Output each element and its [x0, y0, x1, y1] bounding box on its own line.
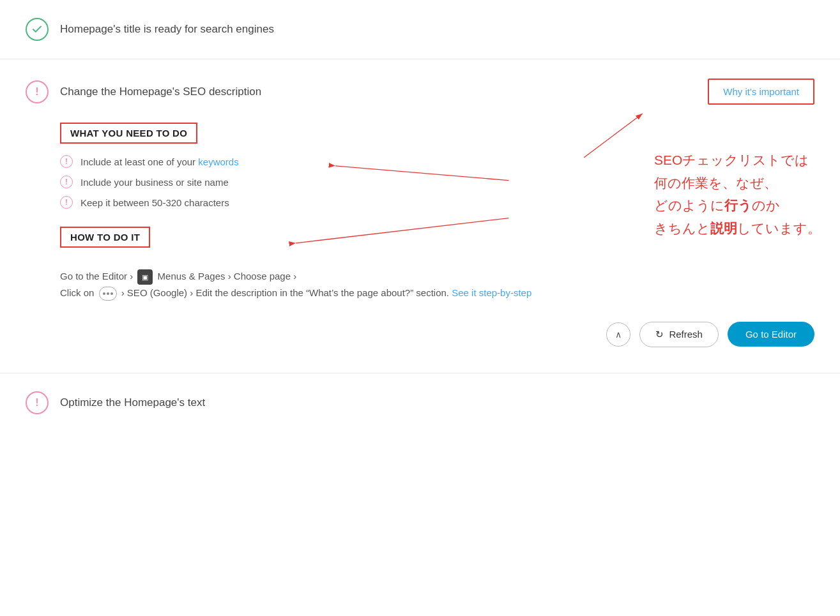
- keywords-link[interactable]: keywords: [198, 156, 238, 167]
- chevron-up-icon: ∧: [615, 329, 622, 340]
- dots-icon: [99, 287, 117, 301]
- section-header-left: ! Change the Homepage's SEO description: [26, 80, 261, 103]
- checklist-item-2: ! Include your business or site name: [60, 176, 814, 188]
- checklist-item-3-text: Keep it between 50-320 characters: [80, 197, 229, 208]
- editor-icon: ▣: [137, 269, 153, 285]
- warn-icon-2: !: [60, 176, 73, 188]
- refresh-icon: ↻: [655, 329, 664, 340]
- step2-before: Click on: [60, 287, 97, 298]
- check-icon: [26, 18, 49, 41]
- warning-icon-3: !: [26, 391, 49, 414]
- how-steps: Go to the Editor › ▣ Menus & Pages › Cho…: [60, 268, 814, 301]
- step-by-step-link[interactable]: See it step-by-step: [452, 287, 531, 298]
- section-completed: Homepage's title is ready for search eng…: [0, 0, 840, 59]
- why-important-button[interactable]: Why it's important: [708, 79, 814, 105]
- section-bottom: ! Optimize the Homepage's text: [0, 373, 840, 432]
- step1-after: Menus & Pages › Choose page ›: [158, 271, 297, 282]
- warn-icon-1: !: [60, 155, 73, 168]
- refresh-label: Refresh: [669, 329, 703, 340]
- section3-title: Optimize the Homepage's text: [60, 396, 205, 409]
- step1-before: Go to the Editor ›: [60, 271, 133, 282]
- how-step-1: Go to the Editor › ▣ Menus & Pages › Cho…: [60, 268, 814, 285]
- collapse-button[interactable]: ∧: [606, 322, 630, 347]
- how-section: HOW TO DO IT Go to the Editor › ▣ Menus …: [60, 227, 814, 301]
- checklist-item-3: ! Keep it between 50-320 characters: [60, 196, 814, 209]
- checklist-item-1: ! Include at least one of your keywords: [60, 155, 814, 168]
- section-header: ! Change the Homepage's SEO description …: [26, 79, 814, 105]
- section1-title: Homepage's title is ready for search eng…: [60, 23, 274, 36]
- go-editor-button[interactable]: Go to Editor: [728, 322, 814, 347]
- warning-icon: !: [26, 80, 49, 103]
- checklist: ! Include at least one of your keywords …: [60, 155, 814, 209]
- how-step-2: Click on › SEO (Google) › Edit the descr…: [60, 285, 814, 301]
- step2-mid: › SEO (Google) › Edit the description in…: [121, 287, 452, 298]
- checklist-item-2-text: Include your business or site name: [80, 177, 229, 188]
- what-label: WHAT YOU NEED TO DO: [60, 123, 197, 144]
- action-bar: ∧ ↻ Refresh Go to Editor: [60, 322, 814, 347]
- content-area: WHAT YOU NEED TO DO ! Include at least o…: [26, 123, 814, 347]
- section-main: ! Change the Homepage's SEO description …: [0, 59, 840, 373]
- warn-icon-3: !: [60, 196, 73, 209]
- section2-title: Change the Homepage's SEO description: [60, 86, 261, 98]
- how-label: HOW TO DO IT: [60, 227, 150, 248]
- refresh-button[interactable]: ↻ Refresh: [639, 322, 719, 347]
